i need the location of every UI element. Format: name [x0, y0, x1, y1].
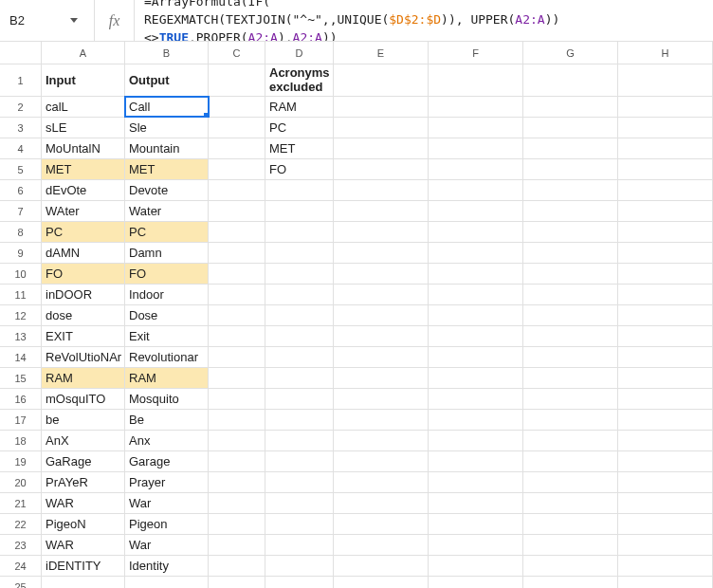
cell-A10[interactable]: FO — [42, 264, 125, 284]
cell-G18[interactable] — [523, 431, 618, 450]
cell-E24[interactable] — [334, 556, 429, 576]
cell-G24[interactable] — [523, 556, 618, 576]
cell-B20[interactable]: Prayer — [125, 472, 209, 492]
cell-G12[interactable] — [523, 305, 618, 325]
cell-A15[interactable]: RAM — [42, 368, 125, 388]
cell-E15[interactable] — [334, 368, 429, 388]
cell-F10[interactable] — [429, 264, 523, 284]
row-header[interactable]: 1 — [0, 64, 42, 96]
cell-A18[interactable]: AnX — [42, 431, 125, 450]
row-header[interactable]: 18 — [0, 431, 42, 450]
row-header[interactable]: 6 — [0, 180, 42, 200]
cell-E2[interactable] — [334, 97, 429, 117]
cell-D16[interactable] — [265, 389, 334, 409]
cell-A17[interactable]: be — [42, 410, 125, 430]
cell-A7[interactable]: WAter — [42, 201, 125, 221]
cell-C16[interactable] — [209, 389, 265, 409]
row-header[interactable]: 10 — [0, 264, 42, 284]
cell-E5[interactable] — [334, 159, 429, 179]
cell-C6[interactable] — [209, 180, 265, 200]
cell-A1[interactable]: Input — [42, 64, 125, 96]
cell-D21[interactable] — [265, 493, 334, 513]
cell-H2[interactable] — [618, 97, 713, 117]
cell-C22[interactable] — [209, 514, 265, 534]
cell-B4[interactable]: Mountain — [125, 138, 209, 158]
col-header-G[interactable]: G — [523, 42, 618, 64]
cell-D3[interactable]: PC — [265, 118, 334, 138]
cell-C25[interactable] — [209, 577, 265, 588]
cell-E22[interactable] — [334, 514, 429, 534]
cell-B16[interactable]: Mosquito — [125, 389, 209, 409]
cell-D6[interactable] — [265, 180, 334, 200]
cell-B9[interactable]: Damn — [125, 243, 209, 263]
cell-H19[interactable] — [618, 451, 713, 471]
cell-D10[interactable] — [265, 264, 334, 284]
cell-D22[interactable] — [265, 514, 334, 534]
cell-H14[interactable] — [618, 347, 713, 367]
cell-F7[interactable] — [429, 201, 523, 221]
cell-B17[interactable]: Be — [125, 410, 209, 430]
cell-G25[interactable] — [523, 577, 618, 588]
cell-A19[interactable]: GaRage — [42, 451, 125, 471]
cell-E1[interactable] — [334, 64, 429, 96]
cell-F5[interactable] — [429, 159, 523, 179]
cell-G8[interactable] — [523, 222, 618, 242]
row-header[interactable]: 12 — [0, 305, 42, 325]
row-header[interactable]: 4 — [0, 138, 42, 158]
cell-F1[interactable] — [429, 64, 523, 96]
cell-E7[interactable] — [334, 201, 429, 221]
cell-D4[interactable]: MET — [265, 138, 334, 158]
cell-F17[interactable] — [429, 410, 523, 430]
cell-C23[interactable] — [209, 535, 265, 555]
cell-E17[interactable] — [334, 410, 429, 430]
row-header[interactable]: 5 — [0, 159, 42, 179]
cell-G14[interactable] — [523, 347, 618, 367]
cell-C19[interactable] — [209, 451, 265, 471]
cell-F25[interactable] — [429, 577, 523, 588]
cell-C14[interactable] — [209, 347, 265, 367]
cell-C11[interactable] — [209, 285, 265, 304]
row-header[interactable]: 8 — [0, 222, 42, 242]
cell-E16[interactable] — [334, 389, 429, 409]
cell-G11[interactable] — [523, 285, 618, 304]
row-header[interactable]: 15 — [0, 368, 42, 388]
cell-F12[interactable] — [429, 305, 523, 325]
cell-E21[interactable] — [334, 493, 429, 513]
row-header[interactable]: 7 — [0, 201, 42, 221]
cell-F9[interactable] — [429, 243, 523, 263]
cell-H13[interactable] — [618, 326, 713, 346]
cell-E14[interactable] — [334, 347, 429, 367]
cell-B2[interactable]: Call — [125, 97, 209, 117]
cell-A6[interactable]: dEvOte — [42, 180, 125, 200]
row-header[interactable]: 9 — [0, 243, 42, 263]
cell-B19[interactable]: Garage — [125, 451, 209, 471]
cell-A4[interactable]: MoUntalN — [42, 138, 125, 158]
row-header[interactable]: 23 — [0, 535, 42, 555]
cell-H22[interactable] — [618, 514, 713, 534]
cell-G3[interactable] — [523, 118, 618, 138]
cell-H4[interactable] — [618, 138, 713, 158]
cell-H5[interactable] — [618, 159, 713, 179]
cell-D8[interactable] — [265, 222, 334, 242]
cell-B13[interactable]: Exit — [125, 326, 209, 346]
row-header[interactable]: 17 — [0, 410, 42, 430]
row-header[interactable]: 24 — [0, 556, 42, 576]
cell-B7[interactable]: Water — [125, 201, 209, 221]
row-header[interactable]: 14 — [0, 347, 42, 367]
cell-C24[interactable] — [209, 556, 265, 576]
row-header[interactable]: 16 — [0, 389, 42, 409]
cell-C12[interactable] — [209, 305, 265, 325]
cell-B22[interactable]: Pigeon — [125, 514, 209, 534]
cell-E18[interactable] — [334, 431, 429, 450]
col-header-H[interactable]: H — [618, 42, 713, 64]
cell-G10[interactable] — [523, 264, 618, 284]
cell-C9[interactable] — [209, 243, 265, 263]
cell-A12[interactable]: dose — [42, 305, 125, 325]
row-header[interactable]: 25 — [0, 577, 42, 588]
row-header[interactable]: 11 — [0, 285, 42, 304]
cell-E8[interactable] — [334, 222, 429, 242]
select-all-corner[interactable] — [0, 42, 42, 64]
cell-H21[interactable] — [618, 493, 713, 513]
cell-F2[interactable] — [429, 97, 523, 117]
cell-C20[interactable] — [209, 472, 265, 492]
